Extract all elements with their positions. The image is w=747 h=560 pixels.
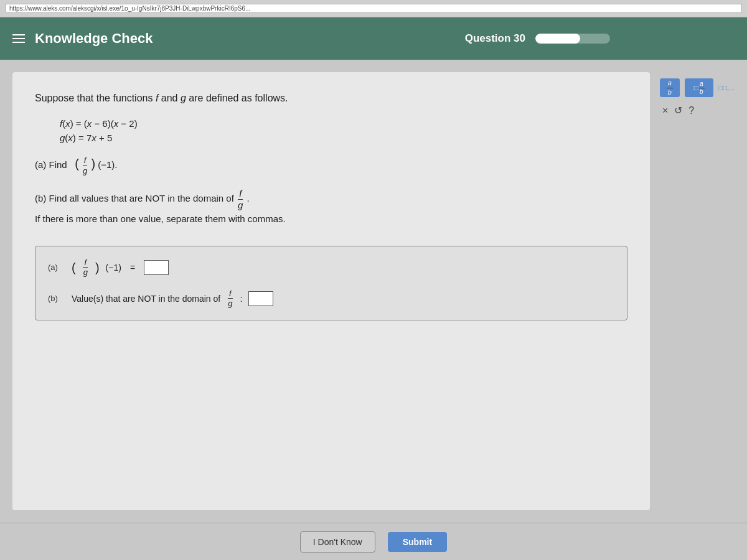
answer-a-open-paren: ( [72,261,76,274]
part-b-fraction: f g [237,188,244,211]
progress-bar [535,34,610,44]
answer-row-a: (a) ( f g ) (−1) = [48,258,614,278]
hamburger-line-3 [12,42,25,43]
fraction-numerator-f: f [83,156,88,166]
answer-a-label: (a) [48,263,65,272]
answer-b-input[interactable] [248,291,273,306]
answer-a-frac-den: g [82,268,89,278]
answer-b-colon: : [240,294,242,304]
part-b-question: (b) Find all values that are NOT in the … [35,188,627,227]
app-container: Knowledge Check Question 30 Suppose that… [0,17,747,560]
fraction-denominator-g: g [82,166,88,176]
hamburger-line-1 [12,34,25,35]
undo-icon[interactable]: ↺ [674,105,682,116]
answer-a-fraction: f g [82,258,89,278]
answer-b-fraction: f g [227,289,233,309]
page-title: Knowledge Check [35,30,153,47]
function-f-definition: f(x) = (x − 6)(x − 2) [60,118,627,129]
question-icon[interactable]: ? [688,105,694,116]
answer-b-frac-den: g [227,299,233,309]
mixed-btn-icon: a b [698,80,705,96]
answer-row-b: (b) Value(s) that are NOT in the domain … [48,289,614,309]
answer-a-input[interactable] [144,260,169,275]
progress-bar-fill [535,34,580,44]
hamburger-line-2 [12,38,25,39]
side-panel: a b □ a b □□,... × ↺ ? [660,72,735,510]
submit-button[interactable]: Submit [388,532,447,552]
function-g-name: g [181,93,186,103]
functions-block: f(x) = (x − 6)(x − 2) g(x) = 7x + 5 [60,118,627,143]
question-intro: Suppose that the functions f and g are d… [35,91,627,106]
part-a-open-paren: ( [75,157,79,170]
answer-a-close-paren: ) [95,261,100,274]
answer-a-arg: (−1) [106,263,121,273]
content-panel: Suppose that the functions f and g are d… [12,72,650,510]
bottom-bar: I Don't Know Submit [0,523,747,560]
mixed-number-button[interactable]: □ a b [685,78,714,97]
part-a-question: (a) Find ( f g ) (−1). [35,156,627,175]
fraction-btn-icon: a b [667,79,673,96]
sequence-btn-label: □□,... [718,84,735,91]
side-buttons-row-1: a b □ a b □□,... [660,78,735,97]
answer-b-text: Value(s) that are NOT in the domain of [72,294,220,304]
answer-a-equals: = [130,263,135,273]
answer-b-frac-num: f [228,289,233,299]
part-a-close-paren: ) [91,157,95,170]
part-b-fraction-num: f [238,188,243,200]
function-g-definition: g(x) = 7x + 5 [60,133,627,143]
answer-b-label: (b) [48,294,65,303]
part-b-fraction-den: g [237,200,244,211]
main-content: Suppose that the functions f and g are d… [0,60,747,523]
answer-section: (a) ( f g ) (−1) = (b) Value(s) that are… [35,246,627,320]
question-label: Question 30 [465,32,525,45]
hamburger-menu-button[interactable] [12,34,25,43]
answer-a-frac-num: f [83,258,88,268]
fraction-button[interactable]: a b [660,78,680,97]
dont-know-button[interactable]: I Don't Know [300,531,375,553]
times-icon[interactable]: × [662,105,668,116]
side-icon-row: × ↺ ? [660,105,735,116]
top-bar-right: Question 30 [465,32,610,45]
top-bar: Knowledge Check Question 30 [0,17,747,60]
part-a-fraction: f g [82,156,88,175]
browser-bar: https://www.aleks.com/alekscgi/x/isl.exe… [0,0,747,17]
function-f-name: f [156,93,158,103]
browser-url-bar: https://www.aleks.com/alekscgi/x/isl.exe… [5,4,742,13]
